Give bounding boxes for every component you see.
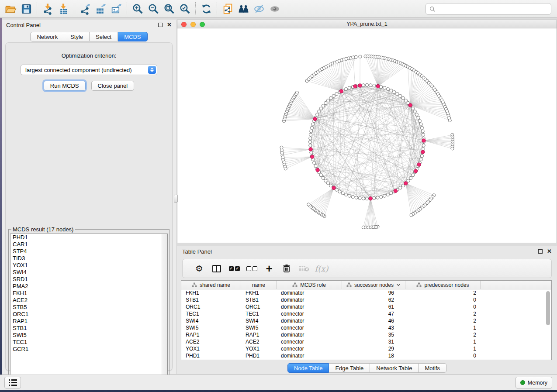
table-row[interactable]: TEC1TEC1connector472: [181, 310, 551, 317]
mcds-hub-node[interactable]: [422, 139, 426, 142]
graph-node[interactable]: [399, 186, 402, 189]
graph-node[interactable]: [309, 144, 312, 147]
graph-node[interactable]: [341, 192, 344, 195]
column-settings-button[interactable]: ⚙: [190, 261, 208, 276]
graph-node[interactable]: [326, 182, 329, 185]
search-input[interactable]: [438, 6, 547, 12]
zoom-out-button[interactable]: [145, 1, 161, 16]
mcds-hub-node[interactable]: [394, 189, 397, 193]
tab-style[interactable]: Style: [64, 32, 90, 41]
mcds-hub-node[interactable]: [358, 84, 362, 87]
tab-mcds[interactable]: MCDS: [118, 32, 147, 41]
mcds-result-item[interactable]: STP4: [10, 248, 167, 255]
table-row[interactable]: RAP1RAP1dominator352: [181, 331, 551, 338]
close-panel-button[interactable]: Close panel: [91, 81, 135, 91]
graph-node[interactable]: [376, 196, 379, 199]
graph-node[interactable]: [345, 88, 348, 91]
mcds-result-item[interactable]: SWI4: [10, 269, 167, 276]
graph-node[interactable]: [362, 197, 365, 200]
zoom-selected-button[interactable]: [177, 1, 193, 16]
graph-satellite-node[interactable]: [410, 213, 413, 217]
maximize-window-icon[interactable]: [200, 22, 205, 27]
graph-satellite-node[interactable]: [307, 203, 310, 206]
graph-node[interactable]: [309, 137, 312, 140]
graph-node[interactable]: [358, 196, 361, 199]
graph-node[interactable]: [399, 94, 402, 97]
graph-node[interactable]: [329, 184, 332, 187]
graph-satellite-node[interactable]: [362, 226, 365, 229]
graph-node[interactable]: [319, 174, 322, 177]
graph-node[interactable]: [345, 193, 348, 196]
table-row[interactable]: YOX1YOX1connector291: [181, 345, 551, 352]
graph-node[interactable]: [362, 84, 365, 87]
graph-satellite-node[interactable]: [280, 146, 283, 149]
memory-button[interactable]: Memory: [515, 377, 552, 389]
table-row[interactable]: ORC1ORC1dominator610: [181, 303, 551, 310]
mcds-result-item[interactable]: RAP1: [10, 318, 167, 325]
import-table-button[interactable]: [55, 1, 71, 16]
graph-node[interactable]: [322, 104, 325, 107]
tab-motifs[interactable]: Motifs: [419, 363, 446, 373]
graph-node[interactable]: [422, 144, 425, 147]
graph-node[interactable]: [417, 116, 420, 119]
graph-node[interactable]: [420, 155, 423, 158]
mcds-hub-node[interactable]: [332, 186, 336, 189]
graph-node[interactable]: [404, 99, 407, 102]
tab-network-table[interactable]: Network Table: [370, 363, 419, 373]
run-mcds-button[interactable]: Run MCDS: [44, 81, 86, 91]
mcds-hub-node[interactable]: [421, 150, 425, 154]
mcds-hub-node[interactable]: [417, 163, 421, 166]
graph-node[interactable]: [365, 197, 368, 200]
zoom-fit-button[interactable]: [161, 1, 177, 16]
mcds-result-item[interactable]: STB1: [10, 325, 167, 332]
table-row[interactable]: SWI4SWI4dominator462: [181, 317, 551, 324]
refresh-view-button[interactable]: [198, 1, 214, 16]
import-network-button[interactable]: [40, 1, 55, 16]
deselect-all-button[interactable]: [243, 261, 260, 276]
graph-node[interactable]: [419, 123, 422, 126]
mcds-result-item[interactable]: PMA2: [10, 283, 167, 290]
column-header-name[interactable]: name: [241, 281, 277, 289]
mcds-result-item[interactable]: SRD1: [10, 276, 167, 283]
graph-node[interactable]: [409, 176, 412, 179]
graph-node[interactable]: [369, 84, 372, 87]
table-row[interactable]: PHD1PHD1dominator180: [181, 352, 551, 359]
mcds-result-item[interactable]: TID3: [10, 255, 167, 262]
graph-satellite-node[interactable]: [359, 55, 362, 58]
mcds-hub-node[interactable]: [316, 168, 319, 172]
graph-node[interactable]: [326, 99, 329, 102]
task-history-button[interactable]: [4, 377, 21, 389]
select-all-button[interactable]: ✓✓: [225, 261, 243, 276]
graph-node[interactable]: [396, 93, 399, 96]
graph-node[interactable]: [419, 158, 422, 161]
graph-node[interactable]: [348, 86, 351, 89]
column-header-MCDS-role[interactable]: MCDS role: [277, 281, 342, 289]
mcds-hub-node[interactable]: [309, 148, 312, 151]
mcds-hub-node[interactable]: [313, 117, 317, 120]
graph-node[interactable]: [314, 165, 317, 168]
mcds-list-scrollbar[interactable]: [162, 234, 167, 389]
table-row[interactable]: SWI5SWI5connector431: [181, 324, 551, 331]
mcds-hub-node[interactable]: [339, 89, 343, 93]
graph-node[interactable]: [373, 196, 376, 199]
criterion-select[interactable]: largest connected component (undirected): [21, 65, 157, 75]
close-panel-icon[interactable]: ✕: [167, 23, 172, 27]
network-canvas[interactable]: [177, 28, 557, 243]
graph-node[interactable]: [308, 140, 311, 143]
graph-node[interactable]: [324, 179, 327, 182]
graph-node[interactable]: [383, 86, 386, 89]
graph-node[interactable]: [390, 89, 393, 92]
graph-node[interactable]: [407, 179, 410, 182]
mcds-result-item[interactable]: ORC1: [10, 311, 167, 318]
table-scrollbar-thumb[interactable]: [546, 291, 550, 325]
graph-node[interactable]: [386, 88, 389, 91]
tab-network[interactable]: Network: [30, 32, 64, 41]
graph-node[interactable]: [335, 93, 338, 96]
mcds-result-item[interactable]: TEC1: [10, 339, 167, 346]
graph-node[interactable]: [418, 120, 421, 123]
graph-satellite-node[interactable]: [448, 119, 451, 122]
mcds-result-item[interactable]: YOX1: [10, 262, 167, 269]
graph-node[interactable]: [309, 133, 312, 136]
zoom-in-button[interactable]: [130, 1, 145, 16]
mcds-hub-node[interactable]: [408, 103, 412, 107]
